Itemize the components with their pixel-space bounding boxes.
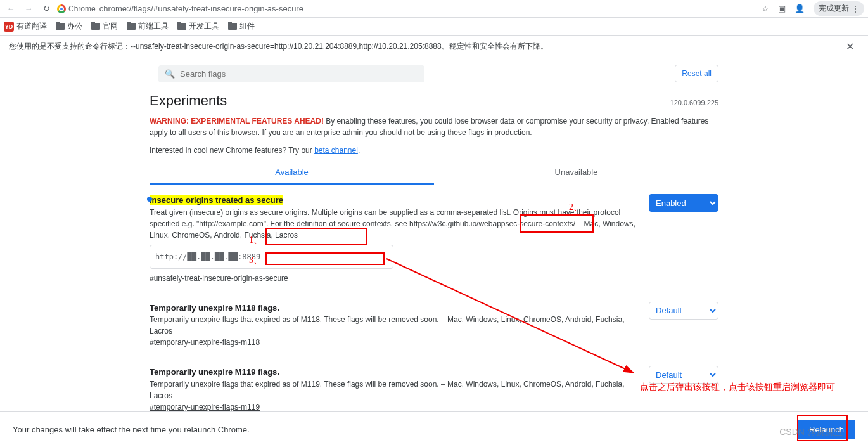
bookmark-youdao[interactable]: YD 有道翻译 xyxy=(4,21,47,32)
flag-desc: Temporarily unexpire flags that expired … xyxy=(150,315,624,335)
folder-icon xyxy=(56,23,65,30)
menu-icon: ⋮ xyxy=(852,4,859,13)
toolbar-right: ☆ ▣ 👤 完成更新 ⋮ xyxy=(762,1,864,16)
flag-text: Insecure origins treated as secure Treat… xyxy=(150,194,639,284)
bookmark-folder-3[interactable]: 开发工具 xyxy=(177,21,219,32)
flag-state-select[interactable]: Enabled xyxy=(649,194,718,212)
annotation-label-1: 1、 xyxy=(249,235,262,246)
close-icon[interactable]: ✕ xyxy=(841,41,859,53)
warning-text: 您使用的是不受支持的命令行标记：--unsafely-treat-insecur… xyxy=(9,41,548,52)
command-line-warning-bar: 您使用的是不受支持的命令行标记：--unsafely-treat-insecur… xyxy=(0,36,868,58)
flag-state-select[interactable]: Default xyxy=(649,302,718,320)
modified-indicator-icon xyxy=(147,197,152,202)
folder-icon xyxy=(127,23,136,30)
search-icon: 🔍 xyxy=(165,69,175,79)
flag-title: Temporarily unexpire M118 flags. xyxy=(150,303,279,313)
bookmark-label: 组件 xyxy=(239,21,255,32)
bookmark-star-icon[interactable]: ☆ xyxy=(762,4,769,13)
annotation-label-2: 2、 xyxy=(569,202,582,213)
reset-all-button[interactable]: Reset all xyxy=(675,65,718,82)
update-label: 完成更新 xyxy=(819,3,849,14)
flag-title: Temporarily unexpire M119 flags. xyxy=(150,367,279,377)
address-bar[interactable]: chrome://flags/#unsafely-treat-insecure-… xyxy=(99,4,758,13)
flags-page: 🔍 Reset all Experiments 120.0.6099.225 W… xyxy=(139,58,729,436)
bookmark-label: 有道翻译 xyxy=(16,21,47,32)
bookmark-label: 开发工具 xyxy=(189,21,219,32)
search-row: 🔍 Reset all xyxy=(150,58,718,89)
bookmark-folder-0[interactable]: 办公 xyxy=(56,21,82,32)
flag-desc: Temporarily unexpire flags that expired … xyxy=(150,380,624,400)
bookmark-folder-1[interactable]: 官网 xyxy=(91,21,118,32)
relaunch-bar: Your changes will take effect the next t… xyxy=(0,411,868,436)
bookmark-label: 办公 xyxy=(67,21,82,32)
beta-channel-link[interactable]: beta channel xyxy=(314,146,358,155)
beta-note-pre: Interested in cool new Chrome features? … xyxy=(150,146,314,155)
folder-icon xyxy=(91,23,100,30)
profile-icon[interactable]: 👤 xyxy=(795,4,805,13)
bookmark-label: 前端工具 xyxy=(138,21,169,32)
flag-anchor-link[interactable]: #temporary-unexpire-flags-m119 xyxy=(150,401,260,413)
tabs: Available Unavailable xyxy=(150,161,718,185)
relaunch-button[interactable]: Relaunch xyxy=(798,420,855,436)
chrome-logo-icon xyxy=(57,4,66,13)
site-badge: Chrome xyxy=(57,4,96,13)
forward-button[interactable]: → xyxy=(22,2,35,16)
bookmarks-bar: YD 有道翻译 办公 官网 前端工具 开发工具 组件 xyxy=(0,18,868,36)
reload-button[interactable]: ↻ xyxy=(39,2,53,16)
experiments-warning: WARNING: EXPERIMENTAL FEATURES AHEAD! By… xyxy=(150,113,718,141)
origin-input[interactable] xyxy=(150,245,393,269)
beta-note-post: . xyxy=(358,146,360,155)
flag-m118: Temporarily unexpire M118 flags. Tempora… xyxy=(150,293,718,358)
beta-note: Interested in cool new Chrome features? … xyxy=(150,141,718,155)
back-button[interactable]: ← xyxy=(4,2,18,16)
relaunch-message: Your changes will take effect the next t… xyxy=(13,425,250,434)
tab-unavailable[interactable]: Unavailable xyxy=(434,161,718,185)
chrome-version: 120.0.6099.225 xyxy=(670,99,718,107)
tab-available[interactable]: Available xyxy=(150,161,434,185)
flag-text: Temporarily unexpire M118 flags. Tempora… xyxy=(150,302,639,349)
flag-anchor-link[interactable]: #temporary-unexpire-flags-m118 xyxy=(150,337,260,348)
bookmark-folder-2[interactable]: 前端工具 xyxy=(127,21,169,32)
search-box[interactable]: 🔍 xyxy=(158,65,424,82)
browser-toolbar: ← → ↻ Chrome chrome://flags/#unsafely-tr… xyxy=(0,0,868,18)
bookmark-label: 官网 xyxy=(103,21,118,32)
flag-anchor-link[interactable]: #unsafely-treat-insecure-origin-as-secur… xyxy=(150,273,288,284)
bookmark-folder-4[interactable]: 组件 xyxy=(228,21,255,32)
search-input[interactable] xyxy=(180,69,418,79)
page-title: Experiments xyxy=(150,93,227,109)
experiments-header: Experiments 120.0.6099.225 xyxy=(150,89,718,113)
folder-icon xyxy=(177,23,186,30)
folder-icon xyxy=(228,23,237,30)
flag-state-select[interactable]: Default xyxy=(649,366,718,384)
site-badge-label: Chrome xyxy=(68,4,96,13)
extensions-icon[interactable]: ▣ xyxy=(778,4,786,13)
annotation-note: 点击之后弹出该按钮，点击该按钮重启浏览器即可 xyxy=(640,382,835,393)
youdao-favicon: YD xyxy=(4,22,14,32)
flag-desc: Treat given (insecure) origins as secure… xyxy=(150,208,635,240)
annotation-label-3: 3、 xyxy=(249,255,262,266)
flag-title: Insecure origins treated as secure xyxy=(150,195,283,205)
flag-insecure-origins: Insecure origins treated as secure Treat… xyxy=(150,185,718,293)
update-button[interactable]: 完成更新 ⋮ xyxy=(814,1,864,16)
warning-heading: WARNING: EXPERIMENTAL FEATURES AHEAD! xyxy=(150,117,324,126)
flag-text: Temporarily unexpire M119 flags. Tempora… xyxy=(150,366,639,413)
